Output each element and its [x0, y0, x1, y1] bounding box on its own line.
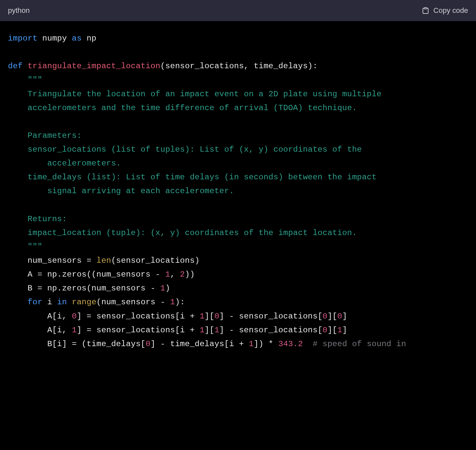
- keyword-as: as: [72, 34, 82, 43]
- code-text: ):: [175, 298, 185, 307]
- code-text: ][: [328, 312, 337, 321]
- code-text: ]: [342, 326, 347, 335]
- docstring: """: [8, 242, 42, 251]
- keyword-in: in: [57, 298, 67, 307]
- code-text: A[i,: [8, 326, 72, 335]
- comment: # speed of sound in: [313, 340, 406, 348]
- code-block-header: python Copy code: [0, 0, 476, 21]
- number-literal: 0: [72, 312, 77, 321]
- code-text: B = np.zeros(num_sensors -: [8, 284, 160, 293]
- builtin-len: len: [96, 256, 111, 265]
- number-literal: 1: [72, 326, 77, 335]
- docstring: accelerometers.: [8, 159, 121, 168]
- code-text: ][: [205, 312, 214, 321]
- number-literal: 1: [249, 340, 254, 348]
- number-literal: 0: [323, 312, 328, 321]
- number-literal: 1: [160, 284, 165, 293]
- code-text: [303, 340, 313, 348]
- number-literal: 1: [200, 312, 205, 321]
- code-text: ] = sensor_locations[i +: [77, 312, 200, 321]
- number-literal: 0: [337, 312, 342, 321]
- code-text: num_sensors =: [8, 256, 96, 265]
- language-label: python: [8, 6, 30, 15]
- docstring: signal arriving at each accelerometer.: [8, 187, 234, 195]
- keyword-def: def: [8, 62, 23, 71]
- code-text: ] - sensor_locations[: [219, 326, 323, 335]
- copy-code-button[interactable]: Copy code: [422, 6, 468, 15]
- code-text: (sensor_locations, time_delays):: [160, 62, 318, 71]
- docstring: Returns:: [8, 215, 67, 224]
- code-text: (sensor_locations): [111, 256, 200, 265]
- svg-rect-0: [424, 8, 427, 9]
- clipboard-icon: [422, 7, 429, 15]
- code-text: [67, 298, 72, 307]
- docstring: impact_location (tuple): (x, y) coordina…: [8, 228, 357, 237]
- code-text: ][: [328, 326, 337, 335]
- number-literal: 1: [170, 298, 175, 307]
- docstring: Parameters:: [8, 131, 82, 140]
- code-text: ]: [342, 312, 347, 321]
- docstring: Triangulate the location of an impact ev…: [8, 90, 382, 99]
- function-name: triangulate_impact_location: [28, 62, 160, 71]
- code-text: ][: [205, 326, 214, 335]
- docstring: accelerometers and the time difference o…: [8, 104, 357, 112]
- code-text: ] - time_delays[i +: [150, 340, 249, 348]
- code-text: ]) *: [254, 340, 278, 348]
- copy-code-label: Copy code: [433, 6, 468, 15]
- keyword-import: import: [8, 34, 37, 43]
- code-text: ): [165, 284, 170, 293]
- code-content: import numpy as np def triangulate_impac…: [0, 21, 476, 362]
- code-text: [23, 62, 28, 71]
- code-text: numpy: [37, 34, 72, 43]
- number-literal: 1: [214, 326, 219, 335]
- code-text: A[i,: [8, 312, 72, 321]
- code-text: np: [82, 34, 97, 43]
- number-literal: 343.2: [278, 340, 303, 348]
- code-text: ,: [170, 270, 180, 279]
- docstring: time_delays (list): List of time delays …: [8, 173, 382, 182]
- number-literal: 1: [337, 326, 342, 335]
- number-literal: 2: [180, 270, 185, 279]
- code-text: ] - sensor_locations[: [219, 312, 323, 321]
- code-text: i: [42, 298, 57, 307]
- code-text: A = np.zeros((num_sensors -: [8, 270, 165, 279]
- number-literal: 0: [214, 312, 219, 321]
- code-text: ] = sensor_locations[i +: [77, 326, 200, 335]
- code-text: )): [185, 270, 195, 279]
- number-literal: 0: [145, 340, 150, 348]
- code-text: B[i] = (time_delays[: [8, 340, 145, 348]
- docstring: """: [8, 75, 42, 84]
- builtin-range: range: [72, 298, 97, 307]
- code-text: (num_sensors -: [96, 298, 170, 307]
- docstring: sensor_locations (list of tuples): List …: [8, 145, 367, 154]
- number-literal: 0: [323, 326, 328, 335]
- number-literal: 1: [200, 326, 205, 335]
- number-literal: 1: [165, 270, 170, 279]
- keyword-for: for: [8, 298, 42, 307]
